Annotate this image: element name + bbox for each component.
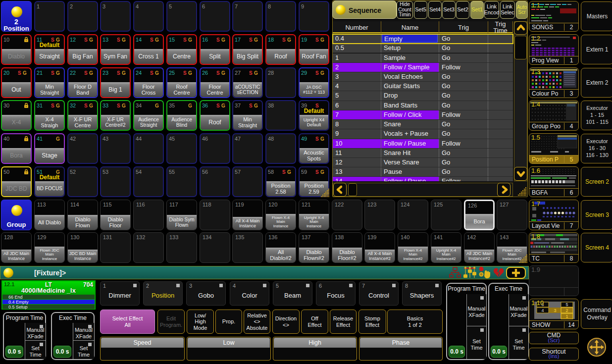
svg-text:5: 5 xyxy=(565,302,568,307)
svg-text:4: 4 xyxy=(541,308,544,313)
svg-text:3: 3 xyxy=(554,308,556,313)
svg-text:2: 2 xyxy=(565,308,568,313)
svg-text:1: 1 xyxy=(565,314,568,319)
